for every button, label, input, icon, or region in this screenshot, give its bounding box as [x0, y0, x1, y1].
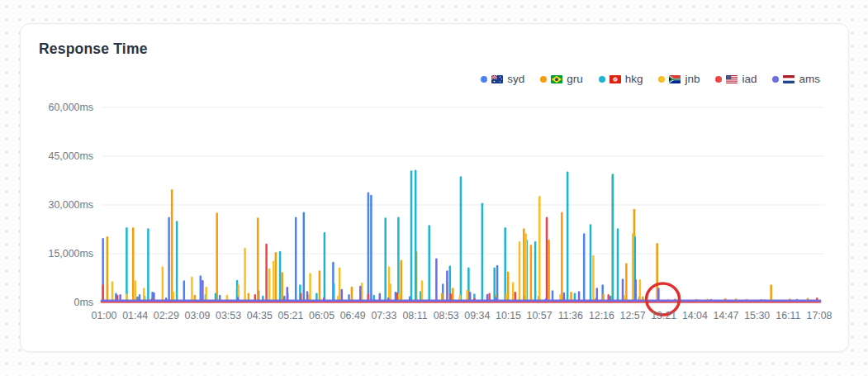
- x-tick-label: 13:21: [651, 310, 676, 321]
- x-tick-label: 06:49: [340, 310, 366, 321]
- response-time-chart[interactable]: [21, 24, 848, 351]
- x-tick-label: 06:05: [309, 310, 334, 321]
- x-tick-label: 11:36: [558, 310, 583, 321]
- x-tick-label: 01:44: [122, 310, 148, 321]
- x-tick-label: 10:57: [527, 310, 553, 321]
- x-tick-label: 14:04: [682, 310, 708, 321]
- y-tick-label: 60,000ms: [21, 102, 93, 113]
- x-tick-label: 09:34: [464, 310, 490, 321]
- x-tick-label: 10:15: [496, 310, 521, 321]
- x-tick-label: 03:09: [184, 310, 210, 321]
- series-hkg: [102, 171, 820, 302]
- x-tick-label: 03:53: [216, 310, 241, 321]
- y-tick-label: 0ms: [21, 297, 93, 308]
- page-background: Response Time sydgruhkgjnbiadams 60,000m…: [0, 0, 868, 376]
- x-tick-label: 14:47: [713, 310, 738, 321]
- x-tick-label: 07:33: [371, 310, 396, 321]
- x-tick-label: 01:00: [91, 310, 116, 321]
- x-tick-label: 15:30: [744, 310, 770, 321]
- x-tick-label: 12:57: [620, 310, 646, 321]
- x-tick-label: 17:08: [806, 310, 832, 321]
- x-tick-label: 16:11: [776, 310, 800, 321]
- x-tick-label: 08:11: [402, 310, 427, 321]
- y-tick-label: 45,000ms: [21, 150, 93, 162]
- x-tick-label: 05:21: [277, 310, 303, 321]
- x-tick-label: 12:16: [589, 310, 614, 321]
- x-tick-label: 02:29: [154, 310, 179, 321]
- y-tick-label: 15,000ms: [21, 248, 93, 259]
- x-tick-label: 04:35: [247, 310, 273, 321]
- x-tick-label: 08:53: [434, 310, 459, 321]
- y-tick-label: 30,000ms: [21, 199, 93, 211]
- response-time-card: Response Time sydgruhkgjnbiadams 60,000m…: [20, 23, 849, 352]
